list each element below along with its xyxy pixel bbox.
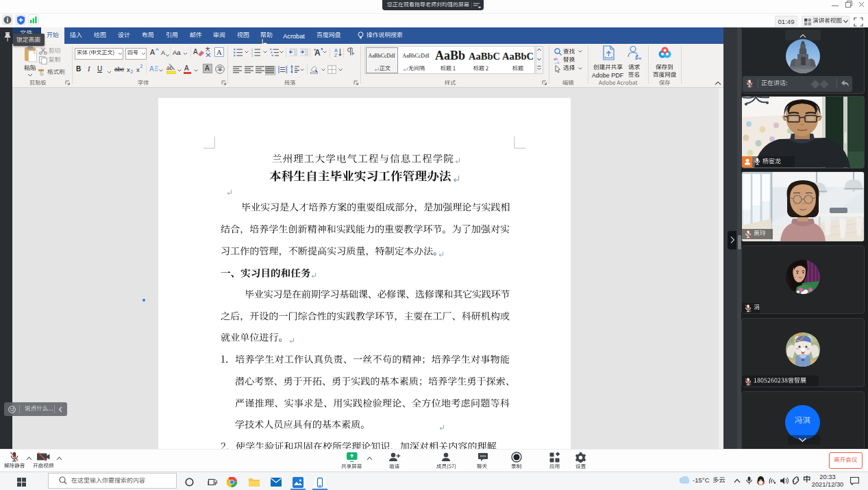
svg-text:3: 3: [251, 54, 253, 57]
svg-text:Z: Z: [334, 53, 338, 58]
svg-text:A: A: [149, 65, 154, 73]
svg-text:ab: ab: [166, 64, 173, 71]
svg-text:→c: →c: [554, 60, 560, 64]
svg-text:A: A: [216, 48, 222, 56]
svg-text:A: A: [334, 47, 338, 52]
